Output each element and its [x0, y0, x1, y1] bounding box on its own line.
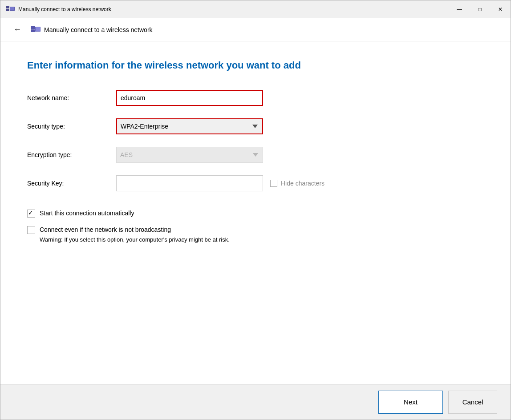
hide-characters-area: Hide characters [270, 180, 324, 187]
svg-rect-0 [6, 6, 9, 8]
minimize-button[interactable]: — [449, 0, 470, 18]
restore-button[interactable]: □ [470, 0, 490, 18]
hide-characters-label: Hide characters [281, 180, 324, 187]
broadcast-row: Connect even if the network is not broad… [27, 226, 484, 234]
form-section: Network name: Security type: No authenti… [27, 90, 484, 191]
svg-rect-4 [31, 26, 35, 29]
security-type-row: Security type: No authentication (Open) … [27, 118, 484, 134]
title-bar-left: Manually connect to a wireless network [6, 6, 111, 13]
svg-rect-5 [31, 29, 35, 32]
security-key-input[interactable] [116, 175, 263, 191]
svg-rect-1 [6, 9, 9, 11]
close-button[interactable]: ✕ [490, 0, 511, 18]
main-window: Manually connect to a wireless network —… [0, 0, 511, 420]
title-bar-controls: — □ ✕ [449, 0, 511, 18]
cancel-button[interactable]: Cancel [448, 391, 497, 414]
svg-rect-3 [10, 7, 14, 10]
encryption-type-row: Encryption type: AES [27, 147, 484, 163]
security-type-control-area: No authentication (Open) WPA2-Personal W… [116, 118, 263, 134]
nav-network-icon [31, 26, 41, 34]
title-bar: Manually connect to a wireless network —… [0, 0, 511, 18]
hide-characters-checkbox[interactable] [270, 180, 277, 187]
auto-connect-row: Start this connection automatically [27, 209, 484, 218]
network-name-control-area [116, 90, 263, 106]
broadcast-section: Connect even if the network is not broad… [27, 226, 484, 243]
security-type-select[interactable]: No authentication (Open) WPA2-Personal W… [116, 118, 263, 134]
page-heading: Enter information for the wireless netwo… [27, 59, 484, 72]
network-name-input[interactable] [116, 90, 263, 106]
next-button[interactable]: Next [378, 391, 443, 414]
security-type-label: Security type: [27, 123, 116, 130]
broadcast-label: Connect even if the network is not broad… [40, 226, 171, 234]
checkboxes-section: Start this connection automatically Conn… [27, 209, 484, 243]
broadcast-checkbox[interactable] [27, 226, 35, 234]
auto-connect-label: Start this connection automatically [40, 209, 134, 218]
encryption-type-label: Encryption type: [27, 151, 116, 158]
security-key-label: Security Key: [27, 180, 116, 187]
network-icon [6, 6, 15, 13]
security-key-control-area: Hide characters [116, 175, 324, 191]
back-button[interactable]: ← [9, 22, 25, 38]
nav-title: Manually connect to a wireless network [44, 26, 153, 33]
security-key-row: Security Key: Hide characters [27, 175, 484, 191]
encryption-type-select: AES [116, 147, 263, 163]
broadcast-warning: Warning: If you select this option, your… [40, 236, 484, 243]
auto-connect-checkbox[interactable] [27, 210, 35, 218]
encryption-type-control-area: AES [116, 147, 263, 163]
nav-bar: ← Manually connect to a wireless network [0, 18, 511, 41]
nav-icon-area: Manually connect to a wireless network [31, 26, 153, 34]
title-bar-title: Manually connect to a wireless network [18, 6, 111, 12]
network-name-label: Network name: [27, 94, 116, 101]
footer: Next Cancel [0, 384, 511, 420]
network-name-row: Network name: [27, 90, 484, 106]
main-content: Enter information for the wireless netwo… [0, 41, 511, 384]
svg-rect-7 [36, 27, 40, 31]
